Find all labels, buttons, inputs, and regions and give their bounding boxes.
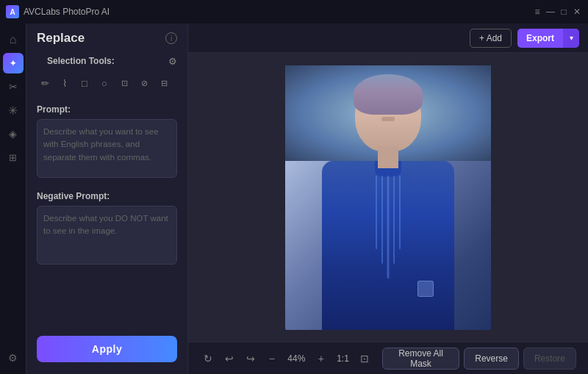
add-button[interactable]: + Add [470,29,512,48]
fit-button[interactable]: ⊡ [356,348,373,369]
sidebar-item-retouch[interactable]: ◈ [3,123,24,144]
zoom-in-button[interactable]: + [312,348,329,369]
tool-pen[interactable]: ✏ [37,75,53,91]
app-icon: A [6,5,19,18]
prompt-section: Prompt: [26,98,187,187]
panel: Replace i Selection Tools: ⚙ ✏ ⌇ □ ○ ⊡ ⊘… [26,24,188,374]
main-layout: ⌂ ✦ ✂ ✳ ◈ ⊞ ⚙ Replace i Selection Tools:… [0,24,588,374]
person-body [322,161,454,330]
titlebar-left: A AVCLabs PhotoPro AI [6,5,110,18]
close-icon[interactable]: ✕ [572,7,582,17]
tool-erase[interactable]: ⊟ [156,75,172,91]
panel-header: Replace i [26,24,187,51]
tool-lasso[interactable]: ⌇ [57,75,73,91]
refresh-button[interactable]: ↻ [200,348,217,369]
export-dropdown-icon[interactable]: ▾ [563,29,579,48]
apply-button[interactable]: Apply [37,336,177,362]
prompt-textarea[interactable] [37,119,177,178]
titlebar: A AVCLabs PhotoPro AI ≡ — □ ✕ [0,0,588,24]
main-image [285,65,491,330]
negative-prompt-textarea[interactable] [37,206,177,265]
panel-title: Replace [37,31,85,46]
zoom-level: 44% [284,353,308,364]
canvas-viewport [188,53,588,342]
sidebar-item-effects[interactable]: ⊞ [3,147,24,168]
ratio-label: 1:1 [334,353,352,364]
image-container [285,65,491,330]
sidebar-item-enhance[interactable]: ✳ [3,100,24,121]
prompt-label: Prompt: [37,104,177,115]
sidebar-item-replace[interactable]: ✦ [3,53,24,73]
undo-button[interactable]: ↩ [221,348,238,369]
sidebar-item-home[interactable]: ⌂ [3,29,24,50]
minimize-icon[interactable]: — [545,7,556,17]
tool-magic[interactable]: ⊡ [116,75,132,91]
export-button[interactable]: Export [517,29,563,48]
person-figure [285,65,491,330]
menu-icon[interactable]: ≡ [532,7,542,17]
export-btn-group: Export ▾ [517,29,579,48]
tool-rect[interactable]: □ [76,75,93,91]
person-hair [354,74,423,115]
info-icon[interactable]: i [165,32,177,44]
person-neck [378,146,398,168]
sidebar-item-cutout[interactable]: ✂ [3,76,24,97]
selection-tools-row: Selection Tools: ⚙ [26,51,187,73]
maximize-icon[interactable]: □ [559,7,569,17]
selection-tools-label: Selection Tools: [37,53,125,69]
redo-button[interactable]: ↪ [243,348,259,369]
icon-sidebar: ⌂ ✦ ✂ ✳ ◈ ⊞ ⚙ [0,24,26,374]
reverse-button[interactable]: Reverse [464,348,519,370]
top-toolbar: + Add Export ▾ [188,24,588,53]
restore-button[interactable]: Restore [523,348,576,370]
titlebar-controls: ≡ — □ ✕ [532,7,582,17]
canvas-area: + Add Export ▾ [188,24,588,374]
tool-ellipse[interactable]: ○ [96,75,112,91]
sidebar-item-settings[interactable]: ⚙ [3,348,24,368]
titlebar-title: AVCLabs PhotoPro AI [24,7,110,17]
negative-prompt-section: Negative Prompt: [26,187,187,275]
bottom-toolbar: ↻ ↩ ↪ − 44% + 1:1 ⊡ Remove All Mask Reve… [188,342,588,374]
negative-prompt-label: Negative Prompt: [37,191,177,201]
remove-all-mask-button[interactable]: Remove All Mask [382,348,460,370]
gear-icon[interactable]: ⚙ [168,56,177,67]
tool-brush[interactable]: ⊘ [136,75,152,91]
apply-btn-wrap: Apply [26,327,187,374]
body-detail [359,176,417,293]
tools-row: ✏ ⌇ □ ○ ⊡ ⊘ ⊟ [26,73,187,98]
zoom-out-button[interactable]: − [263,348,280,369]
